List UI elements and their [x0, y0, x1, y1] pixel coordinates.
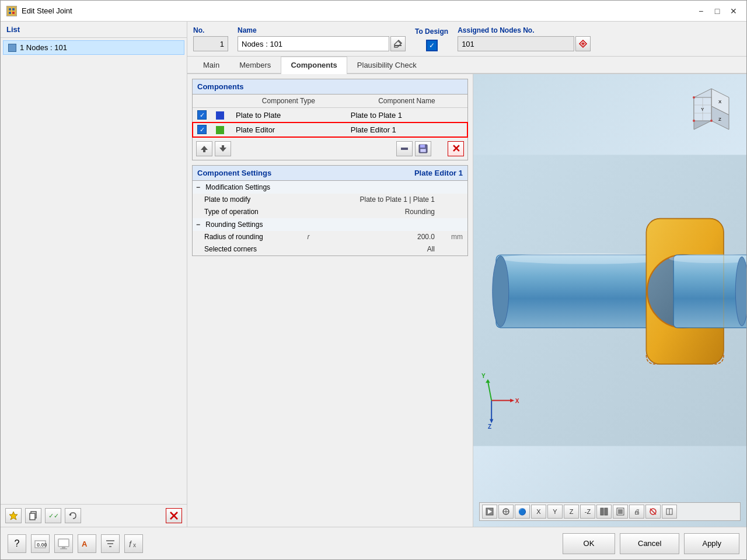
list-item-icon	[8, 44, 16, 52]
vp-btn-4[interactable]	[596, 505, 612, 519]
vp-btn-2[interactable]	[498, 505, 514, 519]
bottom-bar: ? 0.00 A fx OK Cancel Apply	[1, 527, 746, 559]
row2-type: Plate Editor	[231, 123, 346, 137]
assigned-action-button[interactable]	[575, 36, 591, 51]
svg-rect-73	[62, 547, 65, 548]
settings-row: Plate to modify Plate to Plate 1 | Plate…	[193, 194, 467, 206]
name-label: Name	[238, 26, 406, 34]
settings-row: Type of operation Rounding	[193, 206, 467, 218]
vp-btn-6[interactable]: 🖨	[629, 505, 644, 519]
add-component-button[interactable]	[396, 141, 413, 156]
setting-symbol	[295, 243, 314, 256]
setting-value: Plate to Plate 1 | Plate 1	[314, 194, 439, 206]
row2-checkbox[interactable]: ✓	[197, 125, 207, 134]
list-item[interactable]: 1 Nodes : 101	[3, 40, 184, 55]
name-input[interactable]	[238, 36, 389, 51]
save-component-button[interactable]	[415, 141, 431, 156]
tab-plausibility[interactable]: Plausibility Check	[347, 57, 427, 73]
svg-text:A: A	[82, 540, 88, 548]
table-row[interactable]: ✓ Plate Editor Plate Editor 1	[193, 123, 467, 137]
components-table: Component Type Component Name ✓ Plate to…	[193, 94, 467, 137]
section-row-modification: − Modification Settings	[193, 181, 467, 194]
filter-button[interactable]	[101, 534, 120, 553]
assigned-input[interactable]	[458, 36, 574, 51]
table-row[interactable]: ✓ Plate to Plate Plate to Plate 1	[193, 108, 467, 123]
svg-text:Z: Z	[488, 424, 491, 430]
setting-value: Rounding	[314, 206, 439, 218]
vp-btn-y[interactable]: Y	[547, 505, 563, 519]
setting-label: Radius of rounding	[193, 231, 295, 243]
vp-btn-7[interactable]	[645, 505, 661, 519]
setting-label: Plate to modify	[193, 194, 295, 206]
svg-rect-65	[618, 509, 623, 514]
delete-component-button[interactable]: ✕	[448, 141, 464, 156]
vp-btn-z[interactable]: Z	[564, 505, 579, 519]
vp-btn-8[interactable]	[662, 505, 677, 519]
add-star-button[interactable]	[5, 508, 22, 523]
window-title: Edit Steel Joint	[22, 6, 72, 15]
viewport[interactable]: Y X Z	[473, 74, 746, 527]
section-toggle-modification[interactable]: −	[196, 183, 200, 191]
scene-3d: Y X Z	[473, 74, 746, 527]
vp-btn-minus-z[interactable]: -Z	[580, 505, 595, 519]
vp-btn-3[interactable]: 🔵	[515, 505, 530, 519]
bottom-right: OK Cancel Apply	[563, 533, 739, 554]
tab-main[interactable]: Main	[193, 57, 229, 73]
maximize-button[interactable]: □	[710, 5, 724, 18]
values-button[interactable]: 0.00	[31, 534, 50, 553]
to-design-checkbox[interactable]: ✓	[426, 40, 438, 51]
setting-unit	[439, 243, 467, 256]
formula-button[interactable]: fx	[124, 534, 143, 553]
display-button[interactable]	[54, 534, 73, 553]
check-all-button[interactable]: ✓✓	[45, 508, 61, 523]
move-up-button[interactable]	[196, 141, 212, 156]
viewport-toolbar: 🔵 X Y Z -Z 🖨	[479, 502, 741, 521]
svg-rect-21	[420, 145, 425, 148]
svg-text:f: f	[129, 540, 132, 549]
svg-marker-16	[201, 146, 208, 152]
name-edit-button[interactable]	[390, 36, 406, 51]
apply-button[interactable]: Apply	[684, 533, 739, 554]
name-field-group: Name	[238, 26, 406, 51]
delete-list-button[interactable]	[166, 508, 182, 523]
settings-header-label: Component Settings	[197, 169, 271, 177]
setting-value: 200.0	[314, 231, 439, 243]
copy-button[interactable]	[25, 508, 41, 523]
list-bottom-toolbar: ✓✓	[1, 504, 187, 527]
settings-row: Selected corners All	[193, 243, 467, 256]
ok-button[interactable]: OK	[563, 533, 615, 554]
main-content: List 1 Nodes : 101 ✓✓	[1, 22, 746, 527]
components-toolbar: ✕	[193, 137, 467, 160]
section-label-modification: Modification Settings	[205, 183, 270, 191]
section-toggle-rounding[interactable]: −	[196, 220, 200, 229]
tab-members[interactable]: Members	[229, 57, 281, 73]
list-content: 1 Nodes : 101	[1, 38, 187, 504]
vp-btn-5[interactable]	[613, 505, 628, 519]
settings-header-subtitle: Plate Editor 1	[414, 169, 463, 177]
minimize-button[interactable]: −	[694, 5, 708, 18]
svg-rect-1	[9, 8, 11, 10]
vp-btn-1[interactable]	[482, 505, 497, 519]
svg-text:Y: Y	[481, 373, 486, 379]
close-button[interactable]: ✕	[727, 5, 741, 18]
tab-content-area: Components Component Type Component Name	[187, 74, 746, 527]
help-button[interactable]: ?	[8, 534, 26, 553]
col-name: Component Name	[346, 94, 467, 108]
undo-button[interactable]	[65, 508, 81, 523]
no-field-group: No.	[193, 26, 228, 51]
row2-name: Plate Editor 1	[346, 123, 467, 137]
cancel-button[interactable]: Cancel	[620, 533, 679, 554]
move-down-button[interactable]	[215, 141, 231, 156]
vp-btn-x[interactable]: X	[531, 505, 546, 519]
svg-point-46	[735, 257, 746, 326]
setting-symbol	[295, 194, 314, 206]
setting-unit	[439, 206, 467, 218]
row1-checkbox[interactable]: ✓	[197, 110, 207, 120]
object-button[interactable]: A	[78, 534, 96, 553]
tab-components[interactable]: Components	[281, 57, 347, 74]
right-panel: No. Name To Design ✓	[187, 22, 746, 527]
svg-rect-62	[601, 508, 603, 515]
svg-rect-12	[395, 45, 402, 46]
no-input[interactable]	[193, 36, 228, 51]
svg-rect-3	[9, 12, 11, 14]
